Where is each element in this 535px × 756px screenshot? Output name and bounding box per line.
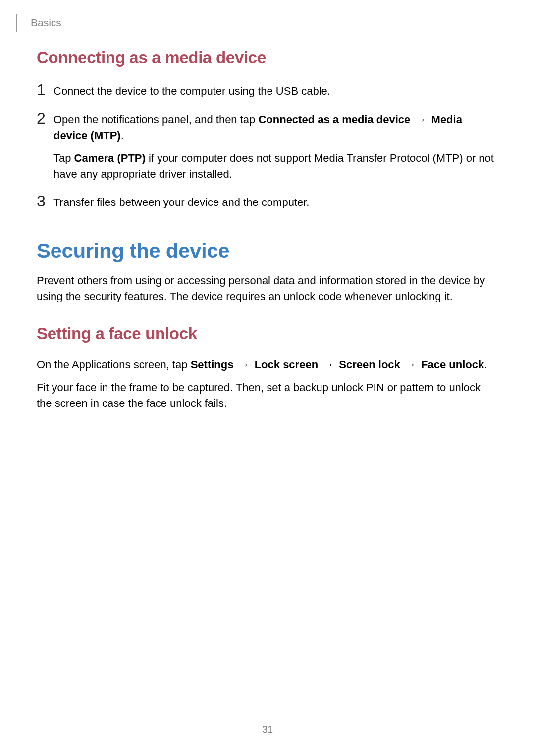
bold-text: Lock screen xyxy=(255,358,318,371)
step-item: 2Open the notifications panel, and then … xyxy=(37,110,498,182)
bold-text: Connected as a media device xyxy=(258,113,410,126)
step-body: Open the notifications panel, and then t… xyxy=(54,110,498,182)
heading-connecting: Connecting as a media device xyxy=(37,49,498,67)
text: Connect the device to the computer using… xyxy=(54,85,330,97)
step-item: 3Transfer files between your device and … xyxy=(37,193,498,210)
bold-text: Face unlock xyxy=(421,358,484,371)
arrow-icon: → xyxy=(318,358,339,371)
heading-securing: Securing the device xyxy=(37,239,498,263)
step-number: 2 xyxy=(37,110,54,126)
header-rule xyxy=(16,14,17,32)
arrow-icon: → xyxy=(400,358,421,371)
bold-text: Camera (PTP) xyxy=(74,152,146,164)
step-number: 3 xyxy=(37,193,54,209)
step-number: 1 xyxy=(37,81,54,98)
text: On the Applications screen, tap xyxy=(37,358,191,371)
heading-face-unlock: Setting a face unlock xyxy=(37,324,498,343)
text: Tap xyxy=(54,152,74,164)
page-content: Connecting as a media device 1Connect th… xyxy=(37,49,498,418)
arrow-icon: → xyxy=(233,358,254,371)
text: Open the notifications panel, and then t… xyxy=(54,113,258,126)
arrow-icon: → xyxy=(410,113,431,126)
face-unlock-line2: Fit your face in the frame to be capture… xyxy=(37,380,498,411)
step-extra: Tap Camera (PTP) if your computer does n… xyxy=(54,151,498,182)
steps-list: 1Connect the device to the computer usin… xyxy=(37,81,498,210)
securing-intro: Prevent others from using or accessing p… xyxy=(37,273,498,304)
page-header: Basics xyxy=(16,14,61,32)
bold-text: Screen lock xyxy=(339,358,400,371)
bold-text: Settings xyxy=(191,358,234,371)
face-unlock-line1: On the Applications screen, tap Settings… xyxy=(37,357,498,373)
step-body: Transfer files between your device and t… xyxy=(54,193,309,210)
section-name: Basics xyxy=(31,17,61,29)
step-item: 1Connect the device to the computer usin… xyxy=(37,81,498,99)
text: Transfer files between your device and t… xyxy=(54,196,309,208)
step-body: Connect the device to the computer using… xyxy=(54,81,330,99)
page-number: 31 xyxy=(0,724,535,735)
text: . xyxy=(121,129,124,142)
text: . xyxy=(484,358,487,371)
